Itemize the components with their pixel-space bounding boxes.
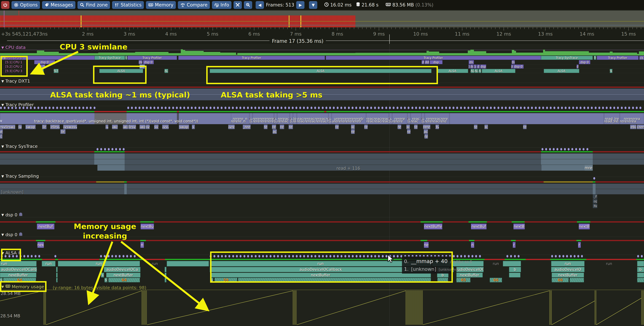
sample-dot[interactable] bbox=[104, 255, 106, 258]
sample-dot[interactable] bbox=[382, 107, 383, 109]
alsa-zone[interactable]: audioDeviceIOC bbox=[456, 267, 484, 272]
frame-dropdown-button[interactable]: ▼ bbox=[309, 1, 317, 9]
alsa-zone[interactable]: nextBuffer bbox=[552, 273, 584, 278]
sample-dot[interactable] bbox=[288, 107, 290, 109]
sample-dot[interactable] bbox=[501, 107, 503, 109]
sample-dot[interactable] bbox=[576, 107, 578, 109]
sample-dot[interactable] bbox=[243, 107, 245, 109]
cpu-zone[interactable]: d bbox=[477, 64, 480, 68]
sample-dot[interactable] bbox=[468, 107, 469, 109]
sample-dot[interactable] bbox=[247, 107, 249, 109]
zone[interactable]: re bbox=[414, 125, 418, 129]
sample-dot[interactable] bbox=[557, 107, 559, 109]
zone[interactable]: sv bbox=[154, 125, 158, 129]
zone[interactable]: sv bbox=[106, 125, 108, 129]
sample-dot[interactable] bbox=[67, 107, 69, 109]
sample-dot[interactable] bbox=[60, 107, 62, 109]
collapse-triangle-icon[interactable]: ▼ bbox=[2, 233, 4, 237]
alsa-zone[interactable]: run bbox=[42, 261, 56, 266]
sample-dot[interactable] bbox=[464, 255, 466, 258]
collapse-triangle-icon[interactable]: ▼ bbox=[2, 46, 4, 49]
sample-dot[interactable] bbox=[251, 107, 252, 109]
sample-dot[interactable] bbox=[370, 107, 372, 109]
section-header-dsp0-first[interactable]: ▼dsp 0 bbox=[2, 212, 23, 217]
dsp-zone[interactable]: nextBuffe bbox=[424, 224, 442, 229]
sample-dot[interactable] bbox=[194, 107, 196, 109]
sample-dot[interactable] bbox=[393, 107, 394, 109]
sample-dot[interactable] bbox=[568, 107, 570, 109]
cpu-zone[interactable]: ds bbox=[469, 60, 474, 64]
alsa-zone[interactable] bbox=[509, 273, 520, 278]
sample-dot[interactable] bbox=[472, 255, 474, 258]
alsa-zone[interactable]: b bbox=[637, 267, 644, 272]
sample-dot[interactable] bbox=[329, 107, 331, 109]
sample-dot[interactable] bbox=[224, 107, 226, 109]
zone[interactable]: re bbox=[351, 129, 355, 134]
sample-dot[interactable] bbox=[610, 107, 612, 109]
memory-button[interactable]: Memory bbox=[146, 1, 176, 9]
cpu-zone[interactable]: Tracy Profiler bbox=[128, 56, 177, 60]
sample-dot[interactable] bbox=[142, 107, 144, 109]
alsa-zone[interactable] bbox=[56, 273, 58, 278]
sample-dot[interactable] bbox=[535, 107, 537, 109]
sample-dot[interactable] bbox=[213, 107, 215, 109]
sample-dot[interactable] bbox=[333, 107, 335, 109]
alsa-zone[interactable] bbox=[637, 273, 644, 278]
sample-dot[interactable] bbox=[475, 107, 477, 109]
zone[interactable]: sv bbox=[18, 125, 22, 129]
sample-dot[interactable] bbox=[191, 107, 193, 109]
sample-dot[interactable] bbox=[172, 107, 174, 109]
sample-dot[interactable] bbox=[266, 107, 268, 109]
cpu-zone[interactable]: dsp bbox=[480, 64, 486, 68]
cpu-zone[interactable]: ALS bbox=[54, 69, 58, 73]
zone[interactable]: re bbox=[364, 125, 368, 129]
alsa-zone[interactable] bbox=[637, 261, 644, 266]
cpu-zone[interactable]: dd bbox=[425, 60, 429, 64]
sample-dot[interactable] bbox=[559, 255, 561, 258]
sample-dot[interactable] bbox=[202, 107, 204, 109]
sample-dot[interactable] bbox=[640, 107, 641, 109]
sample-dot[interactable] bbox=[415, 107, 417, 109]
zone-label-qsort[interactable]: tracy::backtrace_qsort(void*, unsigned i… bbox=[2, 119, 231, 124]
zone[interactable]: re bbox=[424, 134, 428, 139]
sample-dot[interactable] bbox=[595, 107, 596, 109]
sample-dot[interactable] bbox=[617, 107, 619, 109]
sample-dot[interactable] bbox=[34, 107, 36, 109]
cpu-zone[interactable]: ds bbox=[512, 60, 515, 64]
zone[interactable]: re bbox=[288, 125, 293, 129]
sample-dot[interactable] bbox=[584, 107, 585, 109]
sample-dot[interactable] bbox=[510, 255, 512, 258]
section-header-tracy-dxt1[interactable]: ▼Tracy DXT1 bbox=[2, 78, 30, 84]
sample-dot[interactable] bbox=[434, 107, 436, 109]
sample-dot[interactable] bbox=[111, 255, 113, 258]
collapse-triangle-icon[interactable]: ▼ bbox=[2, 103, 4, 107]
sample-dot[interactable] bbox=[96, 148, 98, 150]
sample-dot[interactable] bbox=[490, 107, 492, 109]
sample-dot[interactable] bbox=[479, 255, 481, 258]
sample-dot[interactable] bbox=[568, 148, 570, 150]
section-header-tracy-systrace[interactable]: ▼Tracy SysTrace bbox=[2, 144, 38, 149]
sample-dot[interactable] bbox=[385, 107, 387, 109]
sample-dot[interactable] bbox=[352, 107, 354, 109]
zone[interactable]: lir bbox=[60, 129, 66, 134]
sample-dot[interactable] bbox=[82, 107, 84, 109]
sample-dot[interactable] bbox=[514, 255, 516, 258]
sample-dot[interactable] bbox=[641, 255, 643, 258]
alsa-zone[interactable] bbox=[570, 278, 584, 282]
sample-dot[interactable] bbox=[575, 148, 577, 150]
alsa-zone[interactable] bbox=[56, 267, 58, 272]
sample-dot[interactable] bbox=[130, 255, 132, 258]
dsp-zone[interactable]: n bbox=[140, 242, 144, 248]
sample-dot[interactable] bbox=[505, 107, 507, 109]
cpu-zone[interactable]: ALSA bbox=[437, 69, 468, 73]
sample-dot[interactable] bbox=[71, 107, 73, 109]
sample-dot[interactable] bbox=[426, 107, 428, 109]
sample-dot[interactable] bbox=[602, 107, 604, 109]
sample-dot[interactable] bbox=[41, 107, 43, 109]
sample-dot[interactable] bbox=[104, 148, 106, 150]
sample-dot[interactable] bbox=[542, 107, 544, 109]
sample-dot[interactable] bbox=[322, 107, 324, 109]
dsp-zone[interactable]: r bbox=[513, 242, 516, 248]
sampling-stack-zone[interactable]: Re bbox=[593, 204, 597, 208]
sample-dot[interactable] bbox=[464, 107, 466, 109]
